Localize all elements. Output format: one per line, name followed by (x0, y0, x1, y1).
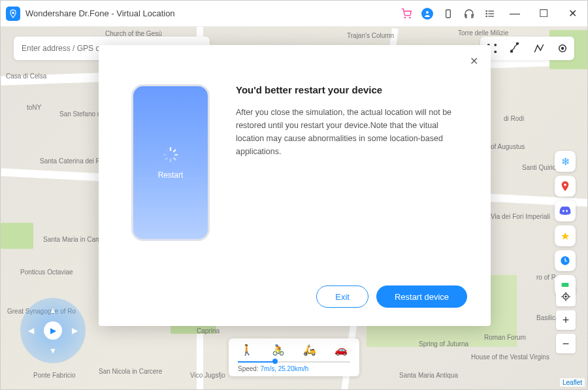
restart-modal: ✕ Restart You'd better restart your devi… (99, 45, 491, 326)
star-icon[interactable]: ★ (555, 225, 576, 246)
locate-button[interactable] (556, 287, 576, 306)
map-label: Ponte Fabricio (33, 372, 75, 379)
speed-prefix: Speed: (238, 365, 260, 372)
svg-point-2 (410, 17, 410, 18)
map-label: Torre delle Milizie (458, 29, 508, 37)
svg-rect-35 (165, 149, 169, 153)
svg-point-19 (564, 184, 566, 186)
svg-rect-34 (163, 154, 167, 155)
joystick-up-icon[interactable]: ▲ (49, 306, 57, 315)
leaflet-attribution[interactable]: Leaflet (560, 378, 585, 387)
phone-illustration: Restart (131, 84, 210, 241)
car-mode-icon[interactable]: 🚗 (335, 344, 348, 356)
side-panel: ❄ ★ (555, 151, 576, 296)
svg-rect-29 (172, 149, 176, 153)
discord-icon[interactable] (555, 201, 576, 221)
svg-point-18 (562, 48, 564, 50)
bike-mode-icon[interactable]: 🚴 (272, 344, 285, 356)
app-title: Wondershare Dr.Fone - Virtual Location (25, 8, 400, 18)
zoom-out-button[interactable]: − (556, 334, 576, 353)
freeze-icon[interactable]: ❄ (555, 151, 576, 172)
joystick-play-icon[interactable]: ▶ (44, 321, 62, 340)
scooter-mode-icon[interactable]: 🛵 (303, 344, 316, 356)
app-logo-icon (6, 7, 20, 21)
user-icon[interactable] (421, 8, 433, 20)
svg-point-12 (494, 44, 497, 46)
map-label: Via dei Fori Imperiali (491, 213, 550, 220)
map-label: Casa di Celsa (6, 73, 46, 80)
modal-body: Restart You'd better restart your device… (122, 84, 467, 241)
modal-text: You'd better restart your device After y… (236, 84, 467, 241)
map-label: di Rodi (504, 115, 524, 122)
map-label: Ponticus Octaviae (20, 268, 73, 276)
zoom-panel: + − (556, 287, 576, 353)
speed-modes: 🚶 🚴 🛵 🚗 (238, 344, 350, 359)
gmaps-icon[interactable] (555, 176, 576, 197)
svg-point-8 (486, 10, 487, 11)
jump-route-icon[interactable] (509, 42, 522, 55)
svg-rect-28 (170, 147, 171, 151)
speed-slider-fill (238, 361, 275, 363)
speed-value-2: 25.20km/h (278, 365, 309, 372)
svg-rect-4 (446, 10, 451, 18)
titlebar-actions: — ☐ ✕ (400, 4, 582, 24)
map-label: Caprina (197, 327, 220, 334)
svg-point-1 (404, 17, 405, 18)
spinner-icon (161, 146, 180, 164)
restart-device-button[interactable]: Restart device (376, 285, 467, 308)
titlebar: Wondershare Dr.Fone - Virtual Location —… (1, 1, 587, 27)
svg-point-15 (511, 50, 513, 52)
phone-restart-label: Restart (158, 171, 184, 180)
svg-rect-33 (165, 157, 169, 161)
speed-value-1: 7m/s, (260, 365, 276, 372)
list-icon[interactable] (484, 8, 496, 20)
modal-description: After you close the simulation, the actu… (236, 106, 467, 158)
device-icon[interactable] (442, 8, 454, 20)
walk-mode-icon[interactable]: 🚶 (240, 344, 253, 356)
cart-icon[interactable] (400, 8, 412, 20)
map-label: toNY (27, 104, 41, 111)
svg-point-14 (494, 50, 497, 53)
svg-point-3 (426, 11, 429, 14)
modal-actions: Exit Restart device (316, 285, 467, 308)
map-label: San Nicola in Carcere (99, 368, 162, 375)
speed-bar: 🚶 🚴 🛵 🚗 Speed: 7m/s, 25.20km/h (229, 338, 359, 376)
svg-point-23 (565, 296, 566, 297)
joystick-right-icon[interactable]: ▶ (72, 326, 78, 335)
joystick[interactable]: ▲ ▼ ◀ ▶ ▶ (20, 298, 86, 363)
map-label: Roman Forum (484, 334, 526, 341)
joystick-down-icon[interactable]: ▼ (49, 346, 57, 355)
route-tools (480, 37, 574, 60)
speed-label: Speed: 7m/s, 25.20km/h (238, 365, 350, 372)
svg-point-0 (12, 12, 14, 14)
speed-slider-thumb[interactable] (272, 359, 278, 364)
clock-icon[interactable] (555, 250, 576, 271)
svg-point-10 (486, 16, 487, 16)
svg-point-9 (486, 13, 487, 14)
map-label: Santa Maria Antiqua (399, 372, 458, 379)
maximize-button[interactable]: ☐ (534, 4, 553, 24)
map-label: Santi Quirico (522, 164, 559, 171)
app-window: Wondershare Dr.Fone - Virtual Location —… (0, 0, 588, 390)
close-button[interactable]: ✕ (563, 4, 582, 24)
minimize-button[interactable]: — (505, 4, 525, 24)
svg-point-16 (517, 42, 519, 44)
svg-rect-30 (174, 154, 178, 155)
svg-rect-31 (172, 157, 176, 161)
map-label: House of the Vestal Virgins (471, 353, 549, 361)
map-park (1, 223, 33, 249)
zoom-in-button[interactable]: + (556, 310, 576, 330)
joystick-left-icon[interactable]: ◀ (28, 326, 34, 335)
modal-close-icon[interactable]: ✕ (467, 54, 480, 67)
map-label: Vico Jugsfjo (190, 372, 225, 379)
headset-icon[interactable] (463, 8, 475, 20)
speed-slider[interactable] (238, 361, 350, 363)
modal-title: You'd better restart your device (236, 84, 467, 95)
map-label: of Augustus (491, 143, 525, 150)
path-route-icon[interactable] (532, 42, 546, 55)
exit-button[interactable]: Exit (316, 285, 368, 308)
center-target-icon[interactable] (556, 42, 569, 55)
svg-rect-32 (170, 159, 171, 163)
map-label: Spring of Juturna (419, 340, 468, 348)
